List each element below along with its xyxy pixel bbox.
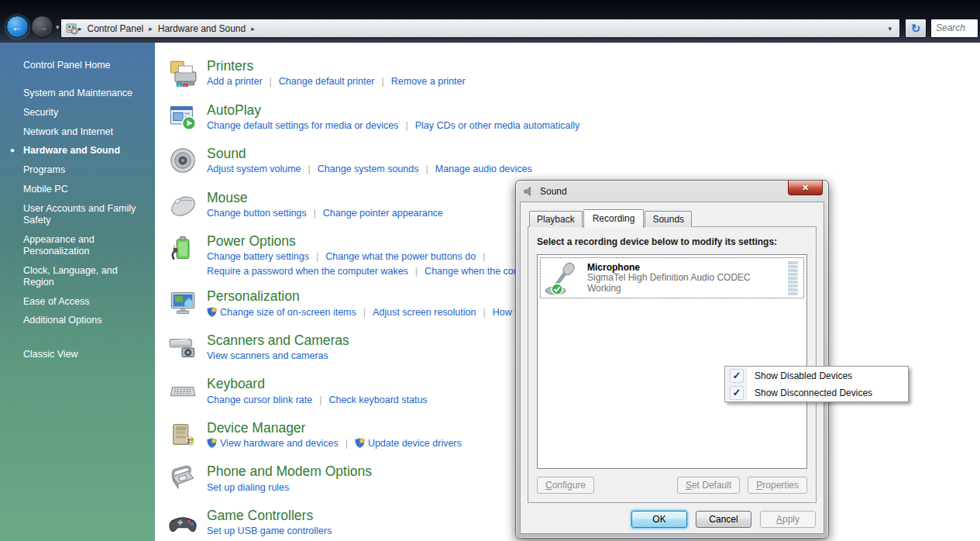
properties-button[interactable]: Properties xyxy=(748,477,807,494)
category-title-autoplay[interactable]: AutoPlay xyxy=(207,102,579,118)
game-controller-icon[interactable] xyxy=(169,508,197,536)
task-link-view-scanners-and-cameras[interactable]: View scanners and cameras xyxy=(207,350,328,361)
task-link-view-hardware-and-devices[interactable]: View hardware and devices xyxy=(220,438,339,449)
link-separator: | xyxy=(308,164,311,174)
tab-recording[interactable]: Recording xyxy=(583,209,645,228)
category-title-device-manager[interactable]: Device Manager xyxy=(207,420,462,436)
task-link-change-size-of-on-screen-items[interactable]: Change size of on-screen items xyxy=(220,307,356,318)
dialog-title-bar[interactable]: Sound xyxy=(516,181,828,202)
sidebar-item-network-and-internet[interactable]: Network and Internet xyxy=(23,126,139,138)
sidebar-item-hardware-and-sound[interactable]: ●Hardware and Sound xyxy=(23,145,139,157)
category-printers: PrintersAdd a printer|Change default pri… xyxy=(169,58,980,91)
sidebar-item-mobile-pc[interactable]: Mobile PC xyxy=(23,184,139,195)
power-icon[interactable] xyxy=(169,234,197,262)
sidebar-item-system-and-maintenance[interactable]: System and Maintenance xyxy=(23,88,139,99)
task-link-row: Change button settings|Change pointer ap… xyxy=(207,207,443,220)
instruction-label: Select a recording device below to modif… xyxy=(537,236,807,247)
task-link-row: Change cursor blink rate|Check keyboard … xyxy=(207,394,428,407)
apply-button[interactable]: Apply xyxy=(760,511,816,528)
task-link-change-battery-settings[interactable]: Change battery settings xyxy=(207,251,309,262)
task-link-remove-a-printer[interactable]: Remove a printer xyxy=(391,76,466,87)
category-title-phone-and-modem-options[interactable]: Phone and Modem Options xyxy=(207,463,372,479)
address-bar[interactable]: ▸ Control Panel ▸ Hardware and Sound ▸ ▾ xyxy=(60,19,900,38)
context-menu: ✓Show Disabled Devices✓Show Disconnected… xyxy=(724,366,909,402)
category-title-keyboard[interactable]: Keyboard xyxy=(207,376,428,391)
device-item-microphone[interactable]: Microphone SigmaTel High Definition Audi… xyxy=(540,257,804,298)
cancel-button[interactable]: Cancel xyxy=(696,511,751,528)
sidebar-item-clock-language-and-region[interactable]: Clock, Language, and Region xyxy=(23,265,139,289)
sidebar-item-control-panel-home[interactable]: Control Panel Home xyxy=(23,60,146,71)
recording-tab-page: Select a recording device below to modif… xyxy=(528,226,817,503)
sound-icon[interactable] xyxy=(169,146,197,174)
microphone-icon xyxy=(544,261,576,295)
task-link-add-a-printer[interactable]: Add a printer xyxy=(207,76,263,87)
task-link-play-cds-or-other-media-automatically[interactable]: Play CDs or other media automatically xyxy=(415,120,580,131)
category-title-sound[interactable]: Sound xyxy=(207,146,532,161)
menu-item-show-disconnected-devices[interactable]: ✓Show Disconnected Devices xyxy=(726,384,907,401)
task-link-change-what-the-power-buttons-do[interactable]: Change what the power buttons do xyxy=(325,251,476,262)
set-default-button[interactable]: Set Default xyxy=(677,477,740,494)
configure-button[interactable]: Configure xyxy=(537,477,594,494)
sidebar-item-additional-options[interactable]: Additional Options xyxy=(23,315,139,326)
device-name: Microphone xyxy=(587,262,788,273)
link-separator: | xyxy=(483,307,485,318)
keyboard-icon[interactable] xyxy=(169,377,197,405)
tab-sounds[interactable]: Sounds xyxy=(645,211,692,227)
link-separator: | xyxy=(363,307,366,318)
printer-icon[interactable] xyxy=(169,59,197,87)
sidebar-item-appearance-and-personalization[interactable]: Appearance and Personalization xyxy=(23,234,139,258)
task-link-check-keyboard-status[interactable]: Check keyboard status xyxy=(328,395,427,405)
task-link-change-system-sounds[interactable]: Change system sounds xyxy=(318,164,419,174)
sidebar-item-ease-of-access[interactable]: Ease of Access xyxy=(23,296,139,308)
sidebar-item-classic-view[interactable]: Classic View xyxy=(23,349,146,360)
task-link-change-default-printer[interactable]: Change default printer xyxy=(279,76,375,87)
sidebar-item-programs[interactable]: Programs xyxy=(23,164,139,176)
sidebar-item-security[interactable]: Security xyxy=(23,107,139,119)
link-separator: | xyxy=(382,76,384,87)
address-dropdown-caret-icon[interactable]: ▾ xyxy=(885,25,895,33)
task-link-change-button-settings[interactable]: Change button settings xyxy=(207,208,307,219)
task-link-change-default-settings-for-media-or-devices[interactable]: Change default settings for media or dev… xyxy=(207,120,398,131)
link-separator: | xyxy=(346,438,348,449)
task-link-change-cursor-blink-rate[interactable]: Change cursor blink rate xyxy=(207,395,312,405)
category-title-printers[interactable]: Printers xyxy=(207,58,466,74)
meter-segment xyxy=(788,284,798,288)
task-link-adjust-screen-resolution[interactable]: Adjust screen resolution xyxy=(373,307,476,318)
task-link-change-pointer-appearance[interactable]: Change pointer appearance xyxy=(323,208,443,219)
sidebar-item-user-accounts-and-family-safety[interactable]: User Accounts and Family Safety xyxy=(23,203,139,227)
autoplay-icon[interactable] xyxy=(169,103,197,131)
category-title-scanners-and-cameras[interactable]: Scanners and Cameras xyxy=(207,333,349,348)
task-link-update-device-drivers[interactable]: Update device drivers xyxy=(368,438,462,449)
task-link-adjust-system-volume[interactable]: Adjust system volume xyxy=(207,164,301,174)
task-link-set-up-usb-game-controllers[interactable]: Set up USB game controllers xyxy=(207,525,332,536)
control-panel-icon xyxy=(66,22,78,35)
checkmark-icon: ✓ xyxy=(730,386,744,400)
recording-device-list[interactable]: Microphone SigmaTel High Definition Audi… xyxy=(537,254,807,469)
tab-playback[interactable]: Playback xyxy=(529,211,583,227)
personalization-icon[interactable] xyxy=(169,289,197,317)
menu-item-show-disabled-devices[interactable]: ✓Show Disabled Devices xyxy=(726,367,907,384)
uac-shield-icon xyxy=(355,438,365,448)
category-title-mouse[interactable]: Mouse xyxy=(207,190,443,205)
scanner-camera-icon[interactable] xyxy=(169,333,197,361)
ok-button[interactable]: OK xyxy=(631,511,687,528)
search-input[interactable]: Search xyxy=(930,19,978,38)
link-separator: | xyxy=(270,76,272,87)
refresh-button[interactable]: ↻ xyxy=(905,19,927,38)
task-link-row: View hardware and devices|Update device … xyxy=(207,437,462,450)
breadcrumb-hardware-and-sound[interactable]: Hardware and Sound xyxy=(153,23,251,34)
task-link-manage-audio-devices[interactable]: Manage audio devices xyxy=(435,164,532,174)
device-manager-icon[interactable] xyxy=(169,421,197,449)
category-title-game-controllers[interactable]: Game Controllers xyxy=(207,508,332,523)
task-link-require-a-password-when-the-computer-wakes[interactable]: Require a password when the computer wak… xyxy=(207,266,408,277)
recent-pages-caret-icon[interactable]: ▾ xyxy=(56,23,60,31)
close-icon[interactable]: ✕ xyxy=(788,181,823,195)
breadcrumb-control-panel[interactable]: Control Panel xyxy=(82,23,150,34)
link-separator: | xyxy=(316,251,318,262)
task-link-set-up-dialing-rules[interactable]: Set up dialing rules xyxy=(207,482,289,493)
forward-button[interactable]: → xyxy=(31,16,53,38)
mouse-icon[interactable] xyxy=(169,191,197,219)
back-button[interactable]: ← xyxy=(6,16,29,38)
phone-modem-icon[interactable] xyxy=(169,464,197,492)
meter-segment xyxy=(788,281,798,284)
